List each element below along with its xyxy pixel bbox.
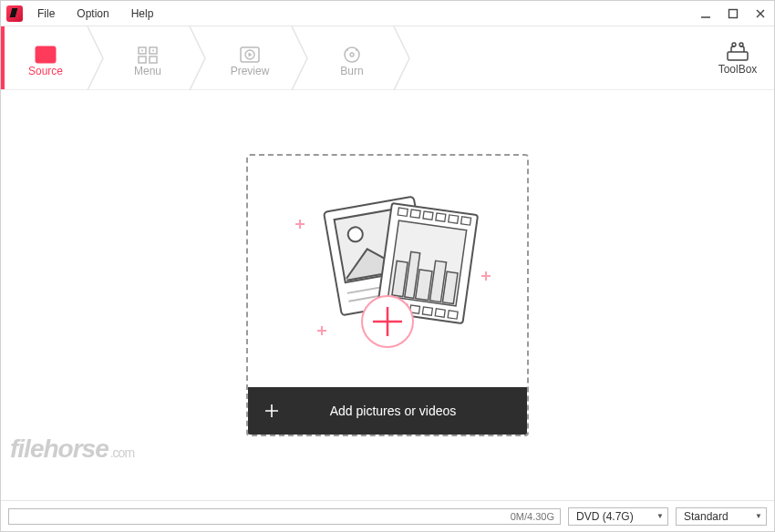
- step-menu-label: Menu: [134, 65, 161, 77]
- add-media-bar[interactable]: Add pictures or videos: [248, 387, 527, 435]
- plus-icon: [248, 403, 295, 419]
- svg-rect-11: [150, 56, 157, 63]
- svg-rect-47: [435, 309, 445, 317]
- step-separator: [189, 26, 209, 89]
- svg-rect-48: [448, 311, 458, 319]
- watermark-brand: filehorse: [10, 435, 108, 463]
- step-menu[interactable]: Menu: [107, 26, 189, 89]
- step-source[interactable]: Source: [5, 26, 87, 89]
- chevron-down-icon: ▼: [656, 512, 664, 520]
- menu-help[interactable]: Help: [122, 4, 163, 24]
- window-controls: [692, 1, 774, 26]
- step-separator: [87, 26, 107, 89]
- step-burn-label: Burn: [340, 65, 363, 77]
- bottom-bar: 0M/4.30G DVD (4.7G) ▼ Standard ▼: [1, 500, 774, 531]
- svg-point-20: [356, 49, 357, 51]
- svg-point-22: [732, 43, 736, 46]
- source-icon: [34, 45, 57, 65]
- step-breadcrumb: Source Menu Preview Burn: [1, 26, 774, 90]
- quality-value: Standard: [684, 510, 728, 523]
- step-separator: [291, 26, 311, 89]
- dropzone-illustration: [248, 156, 527, 387]
- svg-rect-39: [423, 211, 433, 220]
- svg-rect-1: [729, 9, 738, 17]
- dropzone[interactable]: Add pictures or videos: [246, 154, 529, 436]
- quality-select[interactable]: Standard ▼: [676, 507, 767, 526]
- svg-point-13: [152, 49, 154, 51]
- maximize-button[interactable]: [719, 1, 747, 26]
- svg-rect-10: [139, 56, 146, 63]
- step-preview-label: Preview: [231, 65, 270, 77]
- toolbox-icon: [724, 41, 751, 63]
- menu-option[interactable]: Option: [67, 4, 118, 24]
- step-separator: [393, 26, 413, 89]
- disc-type-value: DVD (4.7G): [576, 510, 634, 523]
- capacity-text: 0M/4.30G: [511, 511, 554, 522]
- minimize-button[interactable]: [692, 1, 719, 26]
- chevron-down-icon: ▼: [755, 512, 762, 520]
- svg-point-12: [141, 49, 143, 51]
- main-area: Add pictures or videos filehorse.com: [1, 90, 774, 500]
- step-preview[interactable]: Preview: [209, 26, 291, 89]
- close-button[interactable]: [747, 1, 774, 26]
- svg-rect-42: [461, 217, 471, 225]
- watermark: filehorse.com: [10, 435, 134, 464]
- svg-rect-37: [398, 208, 408, 216]
- step-source-label: Source: [28, 65, 63, 77]
- step-burn[interactable]: Burn: [311, 26, 393, 89]
- svg-rect-41: [449, 215, 459, 223]
- svg-point-23: [739, 43, 743, 46]
- disc-type-select[interactable]: DVD (4.7G) ▼: [568, 507, 668, 526]
- svg-rect-38: [410, 210, 420, 218]
- svg-rect-46: [422, 307, 432, 315]
- preview-icon: [238, 45, 262, 65]
- menu-file[interactable]: File: [28, 4, 64, 24]
- capacity-meter: 0M/4.30G: [8, 508, 561, 525]
- burn-icon: [340, 45, 364, 65]
- add-media-label: Add pictures or videos: [295, 404, 527, 418]
- menu-icon: [136, 45, 160, 65]
- watermark-suffix: .com: [110, 445, 134, 460]
- svg-point-18: [350, 53, 354, 56]
- toolbox-label: ToolBox: [718, 63, 758, 76]
- svg-rect-21: [728, 52, 748, 60]
- toolbox-button[interactable]: ToolBox: [701, 26, 774, 89]
- titlebar: File Option Help: [1, 1, 774, 26]
- svg-marker-16: [249, 52, 253, 56]
- menubar: File Option Help: [28, 4, 162, 24]
- svg-point-19: [346, 49, 348, 51]
- svg-rect-40: [436, 213, 446, 221]
- app-icon: [6, 5, 23, 22]
